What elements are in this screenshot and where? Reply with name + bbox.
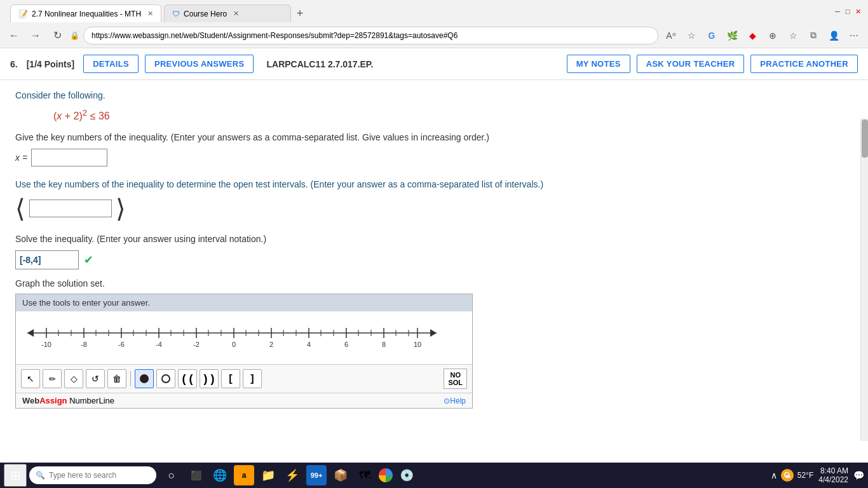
- pencil-tool[interactable]: ✏: [43, 369, 62, 388]
- delete-tool[interactable]: 🗑: [107, 369, 126, 388]
- math-expression: (x + 2)2 ≤ 36: [53, 108, 853, 122]
- eraser-tool[interactable]: ◇: [64, 369, 83, 388]
- practice-another-button[interactable]: PRACTICE ANOTHER: [750, 55, 858, 73]
- circle-open-tool[interactable]: [156, 369, 175, 388]
- svg-text:-6: -6: [118, 341, 125, 348]
- url-input[interactable]: [83, 27, 658, 44]
- graph-toolbar: ↖ ✏ ◇ ↺ 🗑 ( ( ) ) [ ] NOSO: [16, 364, 472, 393]
- question-header: 6. [1/4 Points] DETAILS PREVIOUS ANSWERS…: [0, 48, 868, 80]
- graph-tools-label: Use the tools to enter your answer.: [16, 294, 472, 311]
- question-points: [1/4 Points]: [27, 59, 74, 69]
- scrollbar[interactable]: [860, 118, 868, 441]
- split-view-button[interactable]: ⧉: [804, 27, 822, 44]
- svg-text:-4: -4: [156, 341, 162, 348]
- brand-suffix: NumberLine: [67, 396, 114, 405]
- brand-web: Web: [22, 396, 39, 405]
- svg-text:-10: -10: [41, 341, 51, 348]
- bracket-open-tool[interactable]: [: [221, 369, 240, 388]
- solve-input[interactable]: [15, 250, 79, 269]
- undo-tool[interactable]: ↺: [86, 369, 105, 388]
- google-icon[interactable]: G: [703, 27, 721, 44]
- graph-footer: WebAssign NumberLine ⊙Help: [16, 393, 472, 408]
- number-line-svg: -10 -8 -6 -4 -2: [22, 319, 442, 357]
- problem-code: LARPCALC11 2.7.017.EP.: [266, 59, 373, 69]
- graph-instruction: Graph the solution set.: [15, 278, 853, 288]
- details-button[interactable]: DETAILS: [83, 55, 139, 73]
- extensions-button[interactable]: Aᵅ: [662, 27, 680, 44]
- svg-text:2: 2: [269, 341, 273, 348]
- tab-inactive[interactable]: 🛡 Course Hero ✕: [164, 4, 291, 22]
- x-label: x =: [15, 152, 27, 163]
- graph-container: Use the tools to enter your answer. -10: [15, 294, 473, 409]
- back-button[interactable]: ←: [5, 27, 23, 44]
- more-button[interactable]: ⋯: [845, 27, 863, 44]
- paren-close-tool[interactable]: ) ): [200, 369, 219, 388]
- bracket-close-tool[interactable]: ]: [243, 369, 262, 388]
- open-circle-icon: [161, 374, 170, 383]
- page-content: 6. [1/4 Points] DETAILS PREVIOUS ANSWERS…: [0, 48, 868, 441]
- tab-icon-1: 📝: [18, 10, 28, 18]
- brand-assign: Assign: [39, 396, 67, 405]
- tab-close-2[interactable]: ✕: [233, 10, 239, 18]
- favorites-button[interactable]: ☆: [682, 27, 700, 44]
- refresh-button[interactable]: ↻: [48, 27, 66, 44]
- svg-text:-8: -8: [81, 341, 87, 348]
- key-numbers-row: x =: [15, 149, 853, 166]
- profile-button[interactable]: 👤: [825, 27, 843, 44]
- solve-instruction: Solve the inequality. (Enter your answer…: [15, 234, 853, 244]
- ask-teacher-button[interactable]: ASK YOUR TEACHER: [637, 55, 745, 73]
- tab-close-1[interactable]: ✕: [147, 10, 153, 18]
- scrollbar-thumb[interactable]: [862, 119, 868, 158]
- tabs-bar: 📝 2.7 Nonlinear Inequalities - MTH ✕ 🛡 C…: [5, 1, 314, 22]
- help-link[interactable]: ⊙Help: [444, 396, 466, 405]
- browser-actions: Aᵅ ☆ G 🌿 ◆ ⊕ ☆ ⧉ 👤 ⋯: [662, 27, 863, 44]
- svg-text:-2: -2: [193, 341, 200, 348]
- forward-button[interactable]: →: [27, 27, 44, 44]
- svg-text:10: 10: [414, 341, 421, 348]
- svg-text:8: 8: [382, 341, 386, 348]
- question-body: Consider the following. (x + 2)2 ≤ 36 Gi…: [0, 80, 868, 419]
- previous-answers-button[interactable]: PREVIOUS ANSWERS: [145, 55, 254, 73]
- number-line-area: -10 -8 -6 -4 -2: [16, 311, 472, 364]
- no-sol-button[interactable]: NOSOL: [444, 369, 467, 389]
- filled-circle-icon: [140, 374, 149, 383]
- intervals-input[interactable]: [29, 200, 112, 217]
- toolbar-separator: [130, 371, 131, 386]
- question-number: 6.: [10, 59, 18, 69]
- close-button[interactable]: ✕: [853, 6, 863, 17]
- browser-window: 📝 2.7 Nonlinear Inequalities - MTH ✕ 🛡 C…: [0, 0, 868, 441]
- extension-3[interactable]: ◆: [743, 27, 761, 44]
- consider-text: Consider the following.: [15, 90, 853, 100]
- address-bar: ← → ↻ 🔒 Aᵅ ☆ G 🌿 ◆ ⊕ ☆ ⧉ 👤 ⋯: [0, 23, 868, 48]
- intervals-instruction: Use the key numbers of the inequality to…: [15, 179, 853, 189]
- maximize-button[interactable]: □: [843, 6, 853, 17]
- svg-text:6: 6: [344, 341, 348, 348]
- webassign-brand: WebAssign NumberLine: [22, 396, 114, 405]
- cursor-tool[interactable]: ↖: [21, 369, 40, 388]
- circle-filled-tool[interactable]: [135, 369, 154, 388]
- angle-bracket-right: ⟩: [116, 196, 126, 221]
- solve-row: ✔: [15, 250, 853, 269]
- intervals-row: ⟨ ⟩: [15, 196, 853, 221]
- svg-text:0: 0: [232, 341, 236, 348]
- correct-checkmark: ✔: [84, 253, 93, 267]
- svg-text:4: 4: [307, 341, 311, 348]
- tab-label-1: 2.7 Nonlinear Inequalities - MTH: [32, 10, 141, 18]
- title-bar: 📝 2.7 Nonlinear Inequalities - MTH ✕ 🛡 C…: [0, 0, 868, 23]
- new-tab-button[interactable]: +: [291, 4, 309, 22]
- lock-icon: 🔒: [70, 31, 79, 40]
- key-numbers-input[interactable]: [31, 149, 107, 166]
- tab-icon-2: 🛡: [172, 10, 180, 18]
- key-numbers-instruction: Give the key numbers of the inequality. …: [15, 132, 853, 142]
- paren-open-tool[interactable]: ( (: [178, 369, 197, 388]
- angle-bracket-left: ⟨: [15, 196, 25, 221]
- tab-label-2: Course Hero: [184, 10, 227, 18]
- minimize-button[interactable]: ─: [832, 6, 843, 17]
- extension-2[interactable]: 🌿: [723, 27, 741, 44]
- bookmark-button[interactable]: ☆: [784, 27, 802, 44]
- my-notes-button[interactable]: MY NOTES: [567, 55, 630, 73]
- extension-4[interactable]: ⊕: [764, 27, 782, 44]
- tab-active[interactable]: 📝 2.7 Nonlinear Inequalities - MTH ✕: [10, 4, 161, 22]
